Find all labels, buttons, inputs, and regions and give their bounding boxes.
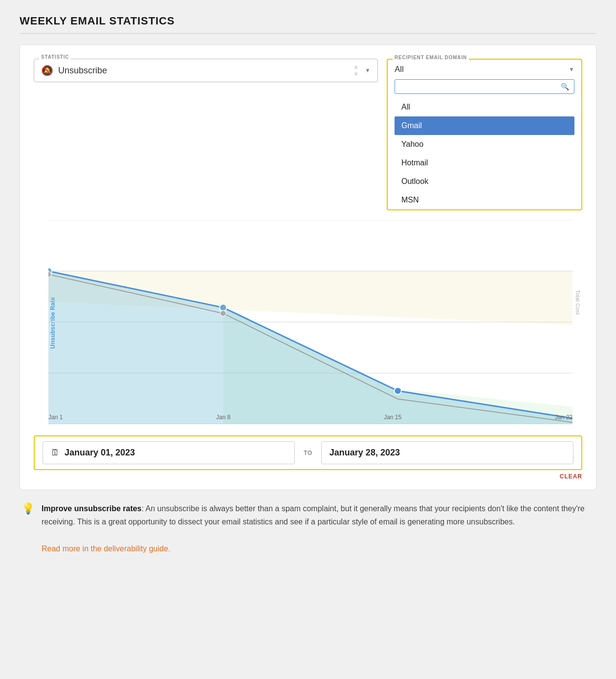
chart-svg: 1% 0.75% 0.5% 0.25% 0% [48,220,572,424]
domain-label: RECIPIENT EMAIL DOMAIN [393,55,469,60]
domain-selected-value: All [395,65,404,74]
domain-option-outlook[interactable]: Outlook [395,172,574,191]
x-label-jan15: Jan 15 [384,414,401,421]
date-to-field[interactable]: January 28, 2023 [321,441,573,464]
x-label-jan22: Jan 22 [555,414,572,421]
statistic-label: STATISTIC [39,54,71,60]
main-card: STATISTIC 🔕 Unsubscribe ∧∨ ▼ RECIPIENT E… [20,45,596,490]
date-to-value: January 28, 2023 [330,448,400,458]
clear-button[interactable]: CLEAR [34,473,582,480]
date-range-row: 🗓 January 01, 2023 TO January 28, 2023 [34,435,582,470]
unsubscribe-icon: 🔕 [41,65,53,76]
info-section: 💡 Improve unsubscribe rates: An unsubscr… [20,502,596,555]
domain-search-input[interactable] [400,83,561,91]
statistic-value: Unsubscribe [58,66,349,76]
domain-search-box: 🔍 [395,79,574,94]
statistic-inner: 🔕 Unsubscribe ∧∨ ▼ [41,64,371,77]
sort-icon: ∧∨ [354,64,358,77]
controls-row: STATISTIC 🔕 Unsubscribe ∧∨ ▼ RECIPIENT E… [34,59,582,210]
date-from-field[interactable]: 🗓 January 01, 2023 [43,441,295,464]
domain-options-list: All Gmail Yahoo Hotmail Outlook MSN [395,98,574,209]
statistic-group: STATISTIC 🔕 Unsubscribe ∧∨ ▼ [34,59,378,82]
info-title-bold: Improve unsubscribe rates [42,504,142,513]
svg-point-17 [220,311,226,317]
info-link[interactable]: Read more in the deliverability guide. [42,544,170,553]
domain-option-yahoo[interactable]: Yahoo [395,135,574,154]
domain-option-hotmail[interactable]: Hotmail [395,154,574,172]
search-icon: 🔍 [561,83,569,91]
domain-dropdown-arrow[interactable]: ▼ [569,66,574,73]
domain-option-all[interactable]: All [395,98,574,116]
x-label-jan1: Jan 1 [48,414,63,421]
domain-option-msn[interactable]: MSN [395,191,574,209]
info-text: Improve unsubscribe rates: An unsubscrib… [42,502,594,555]
x-label-jan8: Jan 8 [216,414,230,421]
title-divider [20,33,596,34]
domain-group: RECIPIENT EMAIL DOMAIN All ▼ 🔍 All Gmail… [387,59,582,210]
date-from-value: January 01, 2023 [65,448,135,458]
page-title: WEEKLY EMAIL STATISTICS [20,15,596,27]
chart-container: Unsubscribe Rate Total Cost 1% 0.75% 0.5… [34,220,582,426]
right-axis-label: Total Cost [574,290,580,315]
date-separator: TO [295,450,321,456]
svg-point-15 [395,387,401,394]
domain-option-gmail[interactable]: Gmail [395,116,574,135]
calendar-icon: 🗓 [51,448,60,458]
domain-header[interactable]: All ▼ [395,65,574,74]
statistic-dropdown-arrow[interactable]: ▼ [365,67,371,74]
svg-point-14 [220,304,226,311]
lightbulb-icon: 💡 [22,502,35,555]
x-axis-labels: Jan 1 Jan 8 Jan 15 Jan 22 [48,414,572,421]
